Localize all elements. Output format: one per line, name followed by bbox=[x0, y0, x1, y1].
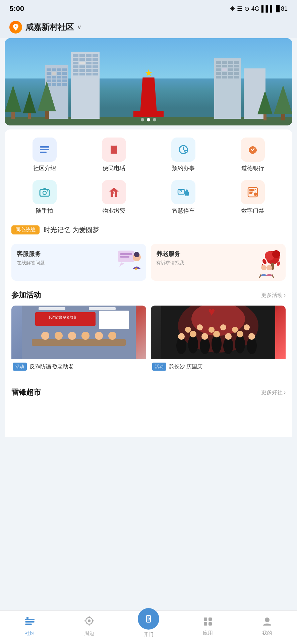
svg-rect-27 bbox=[252, 192, 253, 193]
signal-icon: ☰ bbox=[237, 5, 242, 12]
status-time: 5:00 bbox=[9, 4, 24, 13]
svg-rect-99 bbox=[209, 618, 212, 621]
svg-point-81 bbox=[220, 324, 226, 330]
svg-point-46 bbox=[266, 265, 272, 270]
svg-rect-8 bbox=[114, 150, 115, 152]
network-icon: 4G bbox=[251, 5, 259, 12]
monument: ★ bbox=[133, 77, 164, 117]
dot-1[interactable] bbox=[141, 118, 144, 121]
dot-2[interactable] bbox=[147, 118, 150, 121]
battery-icon: ▊81 bbox=[276, 5, 288, 12]
nav-item-nearby[interactable]: 周边 bbox=[76, 615, 103, 637]
menu-item-property-fee[interactable]: ¥ 物业缴费 bbox=[81, 180, 147, 215]
activities-title: 参加活动 bbox=[11, 290, 41, 300]
svg-point-35 bbox=[134, 252, 139, 257]
svg-rect-6 bbox=[114, 148, 115, 150]
menu-item-community-intro[interactable]: 社区介绍 bbox=[11, 138, 77, 172]
activity-name-1: 反诈防骗 敬老助老 bbox=[29, 363, 74, 370]
svg-text:¥: ¥ bbox=[113, 191, 115, 195]
svg-point-55 bbox=[41, 332, 49, 340]
status-icons: ✳ ☰ ⊙ 4G ▌▌▌ ▊81 bbox=[230, 5, 288, 12]
banner-carousel[interactable]: ★ bbox=[5, 38, 292, 125]
service-card-elderly[interactable]: 养老服务 有诉求请找我 bbox=[151, 244, 286, 281]
community-intro-icon bbox=[33, 138, 57, 162]
dropdown-arrow-icon[interactable]: ∨ bbox=[77, 23, 81, 31]
snap-icon bbox=[33, 180, 57, 204]
svg-text:i: i bbox=[254, 193, 255, 196]
more-stores-label: 更多好社 bbox=[261, 389, 283, 396]
svg-text:反诈防骗 敬老助老: 反诈防骗 敬老助老 bbox=[49, 315, 76, 319]
svg-rect-25 bbox=[255, 189, 256, 190]
menu-item-phone[interactable]: 便民电话 bbox=[81, 138, 147, 172]
nav-community-icon bbox=[24, 615, 35, 629]
svg-rect-51 bbox=[35, 312, 96, 326]
activity-cards: 反诈防骗 敬老助老 活动 反诈防骗 敬老助老 bbox=[11, 306, 286, 373]
service-card-customer[interactable]: 客服服务 在线解答问题 ★ bbox=[11, 244, 146, 281]
svg-point-80 bbox=[209, 327, 215, 333]
menu-label-moral-bank: 道德银行 bbox=[241, 164, 264, 172]
menu-item-smart-parking[interactable]: P 智慧停车 bbox=[150, 180, 216, 215]
bottom-nav: 社区 周边 开门 bbox=[0, 610, 297, 644]
menu-item-snap[interactable]: 随手拍 bbox=[11, 180, 77, 215]
building-2 bbox=[71, 52, 100, 119]
svg-rect-33 bbox=[120, 256, 129, 258]
svg-rect-3 bbox=[112, 146, 113, 148]
svg-point-65 bbox=[188, 335, 198, 354]
svg-point-67 bbox=[212, 335, 222, 354]
svg-point-20 bbox=[185, 195, 186, 196]
promo-tag: 同心统战 bbox=[11, 225, 40, 234]
activity-card-1[interactable]: 反诈防骗 敬老助老 活动 反诈防骗 敬老助老 bbox=[11, 306, 146, 373]
appointment-icon bbox=[171, 138, 195, 162]
trees-right bbox=[257, 85, 292, 120]
menu-item-digital-gate[interactable]: i 数字门禁 bbox=[220, 180, 286, 215]
digital-gate-icon: i bbox=[241, 180, 265, 204]
svg-point-59 bbox=[95, 332, 103, 340]
activity-img-2: ♥ bbox=[151, 306, 286, 359]
svg-point-78 bbox=[185, 327, 191, 333]
svg-point-79 bbox=[197, 324, 203, 330]
svg-rect-85 bbox=[25, 619, 35, 620]
more-stores-button[interactable]: 更多好社 › bbox=[261, 389, 286, 396]
svg-point-69 bbox=[235, 335, 245, 354]
promo-section: 同心统战 时光记忆 为爱圆梦 bbox=[11, 223, 286, 237]
svg-point-83 bbox=[244, 324, 250, 330]
header: 咸嘉新村社区 ∨ bbox=[0, 17, 297, 38]
nav-item-open-door[interactable]: 开门 bbox=[135, 615, 162, 638]
activity-card-2[interactable]: ♥ 活动 韵长沙 庆国庆 bbox=[151, 306, 286, 373]
menu-item-moral-bank[interactable]: 道德银行 bbox=[220, 138, 286, 172]
nav-open-door-icon bbox=[138, 608, 159, 630]
status-bar: 5:00 ✳ ☰ ⊙ 4G ▌▌▌ ▊81 bbox=[0, 0, 297, 17]
menu-label-appointment: 预约办事 bbox=[172, 164, 195, 172]
svg-point-71 bbox=[178, 333, 185, 340]
svg-marker-31 bbox=[119, 262, 124, 267]
svg-point-21 bbox=[187, 195, 188, 196]
svg-point-73 bbox=[201, 333, 208, 340]
menu-item-appointment[interactable]: 预约办事 bbox=[150, 138, 216, 172]
svg-rect-23 bbox=[249, 189, 252, 191]
more-activities-button[interactable]: 更多活动 › bbox=[261, 292, 286, 299]
nav-item-community[interactable]: 社区 bbox=[16, 615, 43, 637]
svg-text:P: P bbox=[179, 190, 182, 194]
nav-item-mine[interactable]: 我的 bbox=[254, 616, 281, 636]
nav-nearby-icon bbox=[84, 615, 95, 629]
tree-1 bbox=[5, 85, 21, 119]
svg-rect-32 bbox=[120, 253, 132, 255]
svg-point-39 bbox=[272, 250, 280, 258]
bluetooth-icon: ✳ bbox=[230, 5, 235, 12]
svg-rect-5 bbox=[112, 148, 113, 150]
tree-5 bbox=[274, 85, 292, 120]
menu-label-smart-parking: 智慧停车 bbox=[172, 207, 195, 215]
svg-rect-24 bbox=[252, 189, 254, 191]
svg-rect-54 bbox=[32, 339, 126, 346]
svg-rect-101 bbox=[209, 622, 212, 626]
dot-3[interactable] bbox=[153, 118, 156, 121]
svg-rect-98 bbox=[204, 618, 207, 621]
svg-point-60 bbox=[108, 332, 116, 340]
svg-rect-26 bbox=[249, 192, 252, 194]
activity-info-1: 活动 反诈防骗 敬老助老 bbox=[11, 359, 146, 373]
svg-rect-7 bbox=[112, 150, 113, 152]
wifi-icon: ⊙ bbox=[244, 5, 249, 12]
nav-item-apps[interactable]: 应用 bbox=[194, 616, 221, 636]
more-activities-icon: › bbox=[284, 292, 286, 298]
tree-3 bbox=[38, 81, 56, 119]
